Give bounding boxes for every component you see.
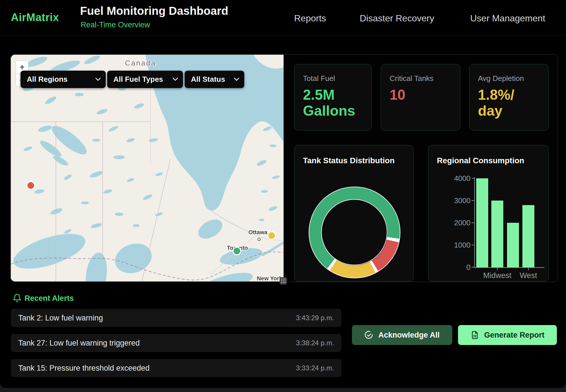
nav-user-management[interactable]: User Management: [470, 13, 545, 24]
fuel-type-filter-dropdown[interactable]: All Fuel Types: [107, 71, 183, 88]
alert-timestamp: 3:33:24 p.m.: [296, 364, 334, 372]
status-filter-value: All Status: [191, 75, 225, 84]
x-axis-line: [474, 267, 544, 268]
city-label-ottawa: Ottawa: [249, 229, 268, 235]
y-tick-mark: [472, 245, 474, 245]
country-label-canada: Canada: [125, 59, 156, 67]
alert-row: Tank 27: Low fuel warning triggered 3:38…: [11, 334, 341, 352]
stat-card-critical-tanks: Critical Tanks 10: [381, 64, 460, 130]
header: AirMatrix Fuel Monitoring Dashboard Real…: [0, 0, 566, 36]
donut-chart-title: Tank Status Distribution: [303, 156, 395, 165]
generate-report-button[interactable]: Generate Report: [458, 325, 557, 345]
y-tick-mark: [472, 178, 474, 179]
chevron-down-icon: [234, 78, 239, 81]
alert-text: Tank 27: Low fuel warning triggered: [18, 339, 140, 348]
nav-disaster-recovery[interactable]: Disaster Recovery: [360, 13, 434, 24]
alert-row: Tank 15: Pressure threshold exceeded 3:3…: [11, 359, 341, 377]
stat-label: Avg Depletion: [478, 74, 540, 83]
tank-status-donut-chart: [309, 187, 400, 278]
consumption-bar: [522, 205, 534, 267]
stat-value: 1.8%/day: [478, 87, 540, 119]
consumption-bar: [491, 201, 503, 267]
regional-consumption-card: Regional Consumption 01000200030004000Mi…: [428, 145, 549, 281]
tank-status-card: Tank Status Distribution: [294, 145, 414, 281]
alert-timestamp: 3:43:29 p.m.: [296, 314, 334, 322]
map-canvas[interactable]: Canada Ottawa Toronto New York: [11, 55, 284, 281]
regional-consumption-bar-chart: 01000200030004000MidwestWest: [428, 145, 548, 281]
x-tick-mark: [497, 268, 498, 270]
acknowledge-all-label: Acknowledge All: [378, 331, 439, 340]
map[interactable]: Canada Ottawa Toronto New York + − All R…: [11, 55, 284, 281]
region-filter-value: All Regions: [27, 75, 68, 84]
tank-marker-critical[interactable]: [27, 182, 35, 189]
alert-row: Tank 2: Low fuel warning 3:43:29 p.m.: [11, 309, 341, 327]
donut-inner-outline: [321, 199, 387, 265]
stat-label: Critical Tanks: [390, 74, 451, 83]
y-tick-label: 3000: [445, 196, 471, 205]
stat-card-total-fuel: Total Fuel 2.5MGallons: [294, 64, 372, 130]
y-axis-line: [474, 177, 475, 268]
tank-marker-normal[interactable]: [233, 247, 241, 255]
chevron-down-icon: [95, 78, 101, 81]
y-tick-mark: [472, 267, 474, 268]
stat-value: 2.5MGallons: [303, 87, 363, 119]
y-tick-label: 2000: [445, 219, 471, 227]
recent-alerts-title: Recent Alerts: [25, 294, 74, 303]
y-tick-label: 0: [445, 263, 471, 272]
chevron-down-icon: [173, 78, 178, 81]
check-circle-icon: [365, 331, 373, 339]
stat-label: Total Fuel: [303, 74, 363, 83]
city-label-new-york: New York: [257, 275, 282, 281]
y-tick-mark: [472, 200, 474, 201]
page-subtitle: Real-Time Overview: [81, 21, 150, 29]
app-window: AirMatrix Fuel Monitoring Dashboard Real…: [0, 0, 566, 388]
tank-marker-warning[interactable]: [268, 232, 276, 240]
app-logo: AirMatrix: [11, 11, 59, 24]
bell-icon: [13, 293, 22, 303]
status-filter-dropdown[interactable]: All Status: [185, 71, 244, 88]
map-drag-handle-icon[interactable]: [280, 277, 287, 285]
fuel-type-filter-value: All Fuel Types: [113, 75, 163, 84]
generate-report-label: Generate Report: [484, 331, 545, 340]
ottawa-town-dot: [258, 238, 260, 241]
alert-text: Tank 2: Low fuel warning: [18, 314, 103, 322]
document-icon: [471, 331, 479, 339]
x-category-label: West: [508, 271, 548, 280]
alert-timestamp: 3:38:24 p.m.: [296, 339, 334, 347]
region-filter-dropdown[interactable]: All Regions: [21, 71, 106, 88]
page-title: Fuel Monitoring Dashboard: [80, 5, 228, 17]
alert-text: Tank 15: Pressure threshold exceeded: [18, 364, 150, 373]
x-tick-mark: [528, 268, 529, 270]
y-tick-label: 1000: [445, 241, 471, 250]
acknowledge-all-button[interactable]: Acknowledge All: [352, 325, 452, 345]
y-tick-label: 4000: [445, 174, 471, 183]
stat-value: 10: [390, 87, 451, 103]
y-tick-mark: [472, 222, 474, 223]
consumption-bar: [507, 223, 519, 267]
consumption-bar: [476, 178, 488, 267]
stat-card-avg-depletion: Avg Depletion 1.8%/day: [469, 64, 549, 130]
nav-reports[interactable]: Reports: [294, 13, 326, 24]
